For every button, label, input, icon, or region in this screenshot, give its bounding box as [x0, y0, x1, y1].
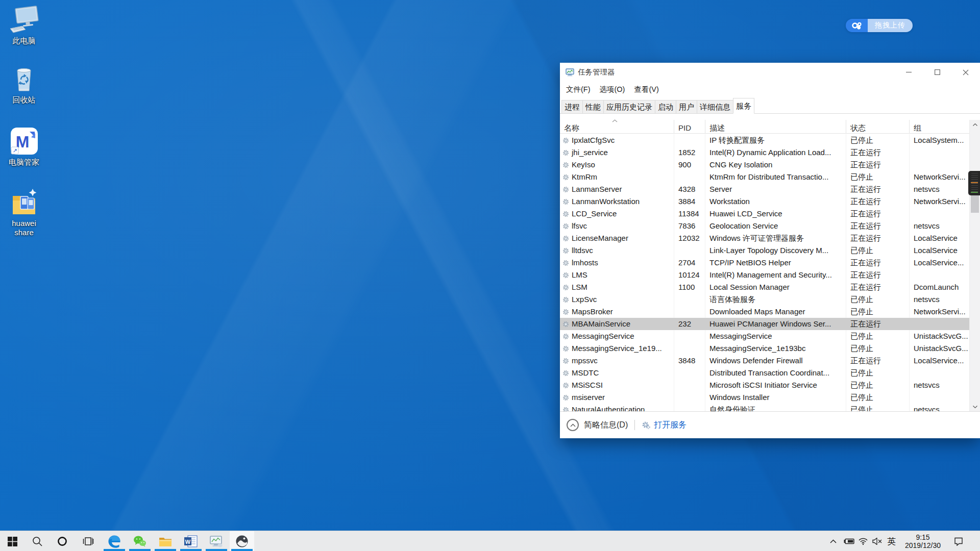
maximize-button[interactable]: [923, 63, 951, 82]
table-row[interactable]: LMS10124Intel(R) Management and Security…: [560, 269, 969, 281]
table-row[interactable]: MSiSCSIMicrosoft iSCSI Initiator Service…: [560, 379, 969, 391]
tabstrip: 进程性能应用历史记录启动用户详细信息服务: [560, 97, 980, 114]
statusbar: 简略信息(D) 打开服务: [560, 411, 980, 438]
menu-options[interactable]: 选项(O): [595, 85, 630, 94]
table-row[interactable]: MBAMainService232Huawei PCManager Window…: [560, 318, 969, 330]
service-group: [910, 208, 968, 220]
service-status: 正在运行: [846, 183, 910, 195]
input-method-indicator[interactable]: 英: [885, 531, 898, 551]
scrollbar-thumb[interactable]: [971, 195, 979, 213]
table-row[interactable]: mpssvc3848Windows Defender Firewall正在运行L…: [560, 355, 969, 367]
side-slider-widget[interactable]: [968, 171, 980, 195]
tray-expand-button[interactable]: [826, 531, 840, 551]
tray-clock[interactable]: 9:15 2019/12/30: [901, 531, 945, 551]
tab-2[interactable]: 应用历史记录: [603, 100, 655, 114]
drag-upload-label[interactable]: 拖拽上传: [868, 19, 913, 32]
collapse-details-icon[interactable]: [567, 419, 579, 431]
table-row[interactable]: MessagingServiceMessagingService已停止Unist…: [560, 330, 969, 342]
service-pid: [674, 367, 705, 379]
cortana-button[interactable]: [50, 531, 75, 551]
gear-icon: [562, 137, 569, 144]
table-row[interactable]: MessagingService_1e19...MessagingService…: [560, 342, 969, 355]
desktop-icon-recycle-bin[interactable]: 回收站: [2, 64, 46, 105]
titlebar[interactable]: 任务管理器: [560, 63, 980, 82]
drag-upload-widget[interactable]: 拖拽上传: [846, 19, 913, 32]
table-row[interactable]: lltdsvcLink-Layer Topology Discovery M..…: [560, 244, 969, 257]
taskbar-item-photos[interactable]: [230, 531, 254, 551]
tray-battery[interactable]: [842, 531, 856, 551]
column-header-desc[interactable]: 描述: [705, 120, 846, 133]
menu-file[interactable]: 文件(F): [561, 85, 595, 94]
column-header-pid[interactable]: PID: [674, 120, 705, 133]
task-manager-icon: [210, 535, 223, 547]
service-desc: Downloaded Maps Manager: [705, 306, 846, 318]
window-title: 任务管理器: [578, 67, 615, 77]
tab-5[interactable]: 详细信息: [697, 100, 733, 114]
table-row[interactable]: KtmRmKtmRm for Distributed Transactio...…: [560, 171, 969, 183]
desktop-icon-label: huawei share: [2, 219, 46, 237]
service-group: [910, 391, 968, 404]
scroll-down-icon[interactable]: [970, 402, 980, 411]
service-pid: [674, 379, 705, 391]
table-row[interactable]: LanmanServer4328Server正在运行netsvcs: [560, 183, 969, 195]
desktop-icon-this-pc[interactable]: 此电脑: [2, 5, 46, 45]
gear-icon: [562, 345, 569, 352]
service-pid: 7836: [674, 220, 705, 232]
service-name: MessagingService_1e19...: [560, 342, 674, 355]
task-view-button[interactable]: [76, 531, 101, 551]
table-row[interactable]: LCD_Service11384Huawei LCD_Service正在运行: [560, 208, 969, 220]
table-row[interactable]: KeyIso900CNG Key Isolation正在运行: [560, 159, 969, 171]
table-row[interactable]: lfsvc7836Geolocation Service正在运行netsvcs: [560, 220, 969, 232]
service-status: 已停止: [846, 134, 910, 146]
taskbar-item-word[interactable]: W: [179, 531, 203, 551]
table-row[interactable]: LicenseManager12032Windows 许可证管理器服务正在运行L…: [560, 232, 969, 244]
desktop-icon-pc-manager[interactable]: M ↗ 电脑管家: [2, 127, 46, 167]
tab-1[interactable]: 性能: [582, 100, 603, 114]
table-row[interactable]: msiserverWindows Installer已停止: [560, 391, 969, 404]
service-status: 正在运行: [846, 269, 910, 281]
tab-4[interactable]: 用户: [676, 100, 697, 114]
minimize-button[interactable]: [894, 63, 923, 82]
close-button[interactable]: [951, 63, 980, 82]
taskbar-item-task-manager[interactable]: [204, 531, 229, 551]
taskbar-item-edge[interactable]: [102, 531, 127, 551]
table-row[interactable]: NaturalAuthentication自然身份验证已停止netsvcs: [560, 404, 969, 411]
table-row[interactable]: LanmanWorkstation3884Workstation正在运行Netw…: [560, 195, 969, 208]
gear-icon: [562, 370, 569, 377]
service-pid: [674, 171, 705, 183]
service-name: LicenseManager: [560, 232, 674, 244]
scroll-up-icon[interactable]: [970, 120, 980, 129]
gear-icon: [562, 247, 569, 254]
taskbar-item-file-explorer[interactable]: [153, 531, 178, 551]
service-desc: Windows Installer: [705, 391, 846, 404]
vertical-scrollbar[interactable]: [969, 120, 980, 411]
table-row[interactable]: jhi_service1852Intel(R) Dynamic Applicat…: [560, 146, 969, 159]
action-center-button[interactable]: [950, 531, 967, 551]
service-pid: 900: [674, 159, 705, 171]
tray-wifi[interactable]: [856, 531, 870, 551]
table-row[interactable]: lmhosts2704TCP/IP NetBIOS Helper正在运行Loca…: [560, 257, 969, 269]
table-row[interactable]: IpxlatCfgSvcIP 转换配置服务已停止LocalSystem...: [560, 134, 969, 146]
service-group: NetworkServi...: [910, 195, 968, 208]
service-name: NaturalAuthentication: [560, 404, 674, 411]
taskbar-item-wechat[interactable]: [128, 531, 152, 551]
table-row[interactable]: LxpSvc语言体验服务已停止netsvcs: [560, 293, 969, 306]
menu-view[interactable]: 查看(V): [629, 85, 663, 94]
desktop-icon-huawei-share[interactable]: huawei share: [2, 188, 46, 237]
table-row[interactable]: LSM1100Local Session Manager正在运行DcomLaun…: [560, 281, 969, 293]
table-row[interactable]: MSDTCDistributed Transaction Coordinat..…: [560, 367, 969, 379]
service-status: 正在运行: [846, 220, 910, 232]
tray-volume[interactable]: [870, 531, 885, 551]
open-services-link[interactable]: 打开服务: [654, 420, 687, 431]
fewer-details-button[interactable]: 简略信息(D): [584, 420, 628, 431]
service-group: [910, 269, 968, 281]
column-header-status[interactable]: 状态: [846, 120, 910, 133]
column-header-group[interactable]: 组: [910, 120, 968, 133]
tab-3[interactable]: 启动: [655, 100, 676, 114]
start-button[interactable]: [0, 531, 24, 551]
running-indicator: [155, 549, 176, 551]
search-button[interactable]: [25, 531, 50, 551]
table-row[interactable]: MapsBrokerDownloaded Maps Manager已停止Netw…: [560, 306, 969, 318]
tab-6[interactable]: 服务: [733, 98, 754, 114]
tab-0[interactable]: 进程: [561, 100, 582, 114]
